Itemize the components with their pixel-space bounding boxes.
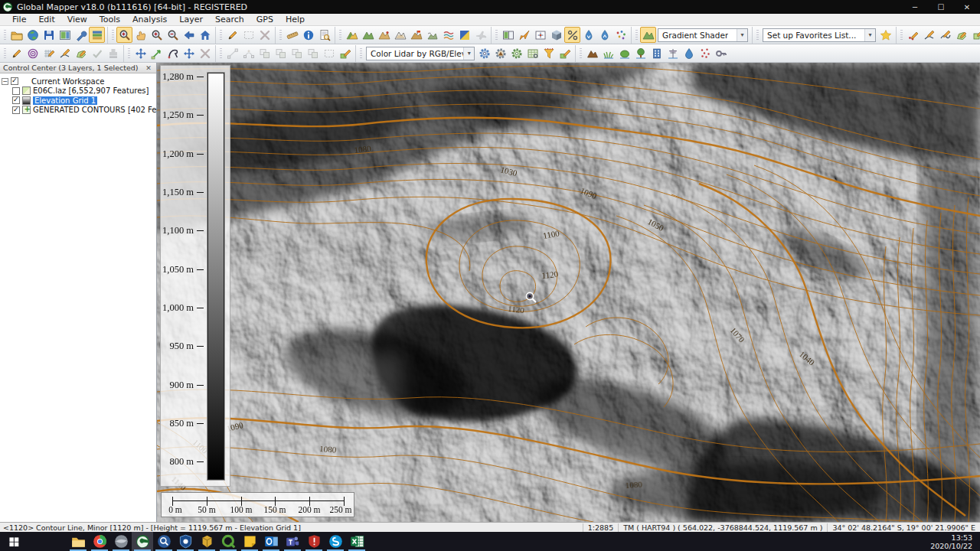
gradient-shader-button[interactable] (640, 27, 656, 43)
favorites-star-button[interactable] (877, 27, 893, 43)
map-view[interactable]: 1030 1080 1090 1050 1100 1120 1120 1070 … (157, 63, 980, 522)
flight-simulator-button[interactable] (472, 27, 488, 43)
taskbar-teams[interactable] (282, 532, 303, 551)
control-center-button[interactable] (89, 27, 105, 43)
center-view-button[interactable] (532, 27, 548, 43)
taskbar-sticky-notes[interactable] (239, 532, 260, 551)
lidar-settings-terrain-button[interactable] (492, 45, 508, 61)
menu-edit[interactable]: Edit (32, 14, 60, 25)
create-curve-button[interactable] (937, 27, 953, 43)
lidar-paint-class-button[interactable] (557, 45, 573, 61)
tree-item-laz[interactable]: E06C.laz [6,552,907 Features] (2, 86, 155, 96)
zoom-tool-button[interactable] (116, 27, 132, 43)
zoom-in-button[interactable] (149, 27, 165, 43)
create-line-button[interactable] (921, 27, 937, 43)
taskbar-qgis[interactable] (217, 532, 239, 551)
node-link-button[interactable] (224, 45, 240, 61)
offset-vertices-button[interactable] (256, 45, 273, 61)
menu-analysis[interactable]: Analysis (126, 14, 173, 25)
apply-check-button[interactable] (89, 45, 105, 61)
classify-water-button[interactable] (681, 45, 697, 61)
taskbar-sketchup[interactable] (196, 532, 217, 551)
lidar-point-cloud-button[interactable] (612, 27, 629, 43)
measure-button[interactable] (284, 27, 300, 43)
path-profile-button[interactable] (440, 27, 456, 43)
crop-shape-button[interactable] (321, 45, 337, 61)
lidar-settings-button[interactable] (508, 45, 524, 61)
menu-file[interactable]: File (6, 14, 32, 25)
shader-dropdown[interactable]: Gradient Shader ▾ (658, 28, 748, 42)
lidar-grid-select-button[interactable] (524, 45, 541, 61)
menu-tools[interactable]: Tools (93, 14, 126, 25)
tree-item-contours[interactable]: GENERATED CONTOURS [402 Features] (2, 106, 155, 116)
elevation-grid-checkbox[interactable] (12, 96, 20, 104)
feature-info-button[interactable] (300, 27, 316, 43)
maximize-button[interactable]: ☐ (928, 0, 954, 14)
map-layout-button[interactable] (57, 27, 73, 43)
classify-med-veg-button[interactable] (616, 45, 632, 61)
move-feature-button[interactable] (132, 45, 149, 61)
taskbar-outlook[interactable] (260, 532, 282, 551)
start-button[interactable] (0, 532, 28, 551)
lidar-area-edit-button[interactable] (73, 45, 89, 61)
lidar-grid-edit-button[interactable] (41, 45, 57, 61)
classify-key-button[interactable] (713, 45, 729, 61)
create-point-button[interactable] (905, 27, 921, 43)
save-button[interactable] (41, 27, 57, 43)
classify-low-veg-button[interactable] (600, 45, 616, 61)
select-rectangle-button[interactable] (240, 27, 256, 43)
3d-view-button[interactable] (548, 27, 564, 43)
panel-close-icon[interactable]: ✕ (144, 64, 153, 73)
expander-icon[interactable]: − (2, 78, 8, 85)
taskbar-fme[interactable] (175, 532, 196, 551)
lidar-settings-world-button[interactable] (476, 45, 492, 61)
menu-layer[interactable]: Layer (173, 14, 209, 25)
taskbar-clock[interactable]: 13:53 2020/10/22 (930, 532, 980, 551)
menu-gps[interactable]: GPS (250, 14, 279, 25)
select-path-button[interactable] (165, 45, 181, 61)
taskbar-excel[interactable] (346, 532, 368, 551)
taskbar-skype[interactable] (325, 532, 346, 551)
workspace-checkbox[interactable] (11, 77, 18, 85)
taskbar-lidar-viewer[interactable] (153, 532, 175, 551)
classify-ground-button[interactable] (584, 45, 600, 61)
elevation-grid-button[interactable] (360, 27, 376, 43)
previous-view-button[interactable] (181, 27, 197, 43)
contours-checkbox[interactable] (12, 106, 20, 114)
full-view-button[interactable] (197, 27, 213, 43)
slope-shader-button[interactable] (564, 27, 580, 43)
taskbar-google-earth[interactable] (110, 532, 132, 551)
create-rectangle-button[interactable] (969, 27, 980, 43)
lidar-target-button[interactable] (24, 45, 41, 61)
lidar-color-elev-button[interactable] (580, 27, 596, 43)
vertex-pencil-button[interactable] (337, 45, 353, 61)
configuration-button[interactable] (73, 27, 89, 43)
taskbar-chrome[interactable] (89, 532, 110, 551)
pan-features-button[interactable] (181, 45, 197, 61)
lidar-color-class-button[interactable] (596, 27, 612, 43)
minimize-button[interactable]: ─ (902, 0, 928, 14)
node-rotate-button[interactable] (240, 45, 256, 61)
taskbar-security[interactable] (303, 532, 325, 551)
favorites-dropdown[interactable]: Set up Favorites List... ▾ (763, 28, 876, 42)
color-relief-button[interactable] (456, 27, 472, 43)
classify-noise-button[interactable] (697, 45, 713, 61)
close-button[interactable]: ✕ (954, 0, 980, 14)
hillshade-button[interactable] (344, 27, 360, 43)
snap-button[interactable] (197, 45, 213, 61)
duplicate-shape-button[interactable] (305, 45, 321, 61)
viewshed-button[interactable] (408, 27, 424, 43)
lidar-filter-button[interactable] (541, 45, 557, 61)
delete-feature-button[interactable] (256, 27, 273, 43)
search-features-button[interactable] (316, 27, 332, 43)
contour-generation-button[interactable] (392, 27, 408, 43)
taskbar-file-explorer[interactable] (67, 532, 89, 551)
tree-item-workspace[interactable]: − Current Workspace (2, 77, 155, 86)
laz-checkbox[interactable] (12, 87, 20, 95)
open-folder-button[interactable] (8, 27, 24, 43)
menu-help[interactable]: Help (279, 14, 311, 25)
move-vertex-button[interactable] (149, 45, 165, 61)
tree-item-elevation-grid[interactable]: Elevation Grid 1 (2, 96, 155, 106)
pan-button[interactable] (132, 27, 149, 43)
menu-search[interactable]: Search (209, 14, 250, 25)
